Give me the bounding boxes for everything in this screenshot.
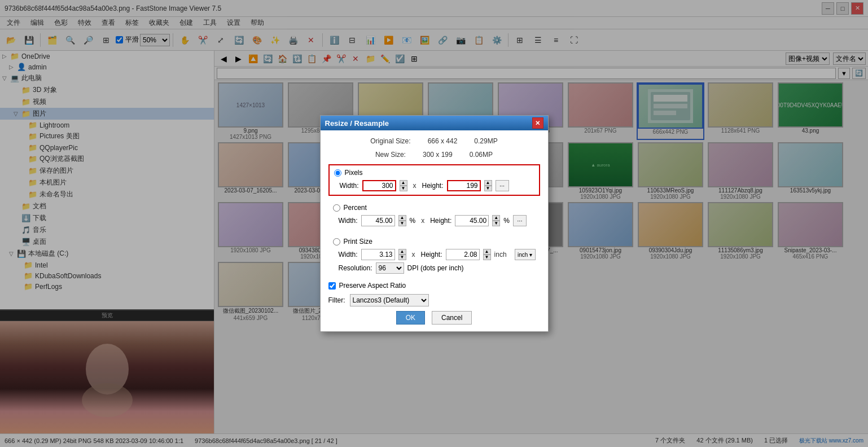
pixels-section: Pixels Width: ▲ ▼ x Height: ▲ ▼ <box>328 164 540 196</box>
print-x: x <box>412 251 415 258</box>
percent-x: x <box>421 217 424 225</box>
resolution-label: Resolution: <box>339 264 372 272</box>
print-height-label: Height: <box>421 251 442 258</box>
pixels-width-label: Width: <box>340 182 359 190</box>
preserve-row: Preserve Aspect Ratio <box>328 282 540 290</box>
original-size-mp: 0.29MP <box>474 137 497 145</box>
percent-height-input[interactable] <box>455 215 489 226</box>
resolution-row: Resolution: 96 72 150 300 DPI (dots per … <box>333 262 536 274</box>
dialog-titlebar: Resize / Resample ✕ <box>321 116 548 130</box>
pixels-height-input[interactable] <box>447 180 481 191</box>
print-width-label: Width: <box>339 251 358 258</box>
dialog-btn-row: OK Cancel <box>328 311 540 325</box>
percent-unit2: % <box>503 217 510 225</box>
dpi-label: DPI (dots per inch) <box>407 264 464 272</box>
new-size-label: New Size: <box>375 151 406 159</box>
percent-width-spinner: ▲ ▼ <box>398 215 406 226</box>
print-section: Print Size Width: ▲ ▼ x Height: ▲ ▼ <box>328 234 540 277</box>
new-size-row: New Size: 300 x 199 0.06MP <box>328 151 540 159</box>
percent-height-spinner: ▲ ▼ <box>492 215 500 226</box>
print-height-spinner: ▲ ▼ <box>483 249 491 260</box>
pixels-radio-row: Pixels <box>334 169 534 177</box>
percent-width-down[interactable]: ▼ <box>398 221 406 226</box>
print-label: Print Size <box>344 238 372 246</box>
ok-button[interactable]: OK <box>396 311 425 325</box>
preserve-checkbox[interactable] <box>328 282 336 290</box>
pixels-radio[interactable] <box>334 169 341 177</box>
print-width-spinner: ▲ ▼ <box>398 249 406 260</box>
pixels-height-label: Height: <box>422 182 444 190</box>
dialog-overlay: Resize / Resample ✕ Original Size: 666 x… <box>0 0 868 447</box>
percent-unit1: % <box>410 217 416 225</box>
percent-height-down[interactable]: ▼ <box>492 221 500 226</box>
preserve-label: Preserve Aspect Ratio <box>339 282 406 290</box>
pixels-width-input[interactable] <box>362 180 396 191</box>
print-unit: inch <box>494 251 511 258</box>
print-radio[interactable] <box>333 238 340 246</box>
percent-label: Percent <box>344 204 367 212</box>
percent-radio-row: Percent <box>333 204 536 212</box>
percent-section: Percent Width: ▲ ▼ % x Height: ▲ ▼ <box>328 200 540 230</box>
pixels-width-down[interactable]: ▼ <box>400 186 407 191</box>
print-width-down[interactable]: ▼ <box>398 255 406 260</box>
resize-dialog: Resize / Resample ✕ Original Size: 666 x… <box>320 115 549 332</box>
print-input-row: Width: ▲ ▼ x Height: ▲ ▼ inch inch ▾ <box>333 249 536 260</box>
filter-label: Filter: <box>328 296 345 304</box>
pixels-more-btn[interactable]: ··· <box>496 180 509 191</box>
percent-more-btn[interactable]: ··· <box>513 215 527 226</box>
dialog-close-button[interactable]: ✕ <box>532 117 543 129</box>
percent-height-label: Height: <box>430 217 451 225</box>
percent-width-up[interactable]: ▲ <box>398 215 406 221</box>
percent-input-row: Width: ▲ ▼ % x Height: ▲ ▼ % ··· <box>333 215 536 226</box>
pixels-input-row: Width: ▲ ▼ x Height: ▲ ▼ ··· <box>334 180 534 191</box>
percent-width-label: Width: <box>339 217 358 225</box>
print-radio-row: Print Size <box>333 238 536 246</box>
cancel-button[interactable]: Cancel <box>432 311 472 325</box>
percent-height-up[interactable]: ▲ <box>492 215 500 221</box>
dialog-title: Resize / Resample <box>325 119 532 128</box>
pixels-width-spinner: ▲ ▼ <box>400 180 407 191</box>
original-size-value: 666 x 442 <box>428 137 458 145</box>
original-size-row: Original Size: 666 x 442 0.29MP <box>328 137 540 145</box>
percent-radio[interactable] <box>333 204 340 212</box>
pixels-label: Pixels <box>345 169 363 177</box>
pixels-height-spinner: ▲ ▼ <box>484 180 492 191</box>
filter-row: Filter: Lanczos3 (Default) Bilinear Bicu… <box>328 294 540 306</box>
print-height-down[interactable]: ▼ <box>483 255 491 260</box>
print-width-up[interactable]: ▲ <box>398 249 406 255</box>
dialog-body: Original Size: 666 x 442 0.29MP New Size… <box>321 130 548 331</box>
pixels-height-up[interactable]: ▲ <box>484 180 492 186</box>
pixels-height-down[interactable]: ▼ <box>484 186 492 191</box>
filter-select[interactable]: Lanczos3 (Default) Bilinear Bicubic <box>350 294 429 306</box>
pixels-x: x <box>413 182 417 190</box>
pixels-width-up[interactable]: ▲ <box>400 180 407 186</box>
print-unit-dropdown[interactable]: inch ▾ <box>515 249 536 260</box>
print-width-input[interactable] <box>361 249 395 260</box>
print-height-input[interactable] <box>446 249 480 260</box>
new-size-mp: 0.06MP <box>470 151 493 159</box>
original-size-label: Original Size: <box>370 137 410 145</box>
new-size-value: 300 x 199 <box>423 151 453 159</box>
resolution-select[interactable]: 96 72 150 300 <box>376 262 404 274</box>
percent-width-input[interactable] <box>361 215 395 226</box>
print-height-up[interactable]: ▲ <box>483 249 491 255</box>
